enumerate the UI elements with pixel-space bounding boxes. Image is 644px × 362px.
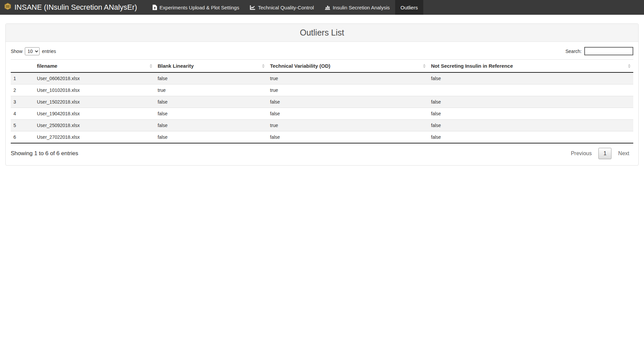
previous-page-button[interactable]: Previous [567, 148, 596, 159]
not-secreting-cell: false [428, 108, 633, 120]
nav-items: Experiments Upload & Plot Settings Techn… [147, 0, 423, 15]
search-input[interactable] [584, 47, 633, 55]
search-label: Search: [566, 49, 582, 54]
table-row: 3 User_15022018.xlsx false false false [11, 96, 633, 108]
technical-variability-cell: false [267, 131, 428, 143]
nav-item-label: Technical Quality-Control [258, 5, 314, 10]
blank-linearity-cell: false [155, 108, 267, 120]
main-content: Outliers List Show 10 entries Search: [5, 23, 639, 166]
row-index-cell: 4 [11, 108, 34, 120]
entries-length-control: Show 10 entries [11, 47, 56, 55]
brand-icon [4, 3, 11, 12]
page-length-select[interactable]: 10 [25, 47, 40, 55]
show-label: Show [11, 49, 22, 54]
bar-chart-icon [325, 5, 330, 10]
panel-heading: Outliers List [6, 24, 638, 42]
header-label: Not Secreting Insulin in Reference [431, 63, 513, 69]
entries-label: entries [42, 49, 56, 54]
page-title: Outliers List [11, 28, 633, 38]
row-index-cell: 6 [11, 131, 34, 143]
sort-icon [628, 64, 631, 68]
not-secreting-cell: false [428, 96, 633, 108]
blank-linearity-cell: false [155, 96, 267, 108]
nav-item-label: Insulin Secretion Analysis [333, 5, 390, 10]
sort-icon [423, 64, 426, 68]
brand[interactable]: INSANE (INsulin Secretion ANalysEr) [0, 0, 141, 15]
technical-variability-cell: true [267, 72, 428, 84]
panel-body: Show 10 entries Search: [6, 42, 638, 165]
nav-item-experiments-upload[interactable]: Experiments Upload & Plot Settings [147, 0, 245, 15]
header-technical-variability[interactable]: Technical Variability (OD) [267, 60, 428, 73]
table-header-row: filename Blank Linearity [11, 60, 633, 73]
outliers-table: filename Blank Linearity [11, 59, 633, 143]
header-label: Technical Variability (OD) [270, 63, 330, 69]
nav-item-technical-qc[interactable]: Technical Quality-Control [245, 0, 319, 15]
row-index-cell: 2 [11, 84, 34, 96]
not-secreting-cell: false [428, 131, 633, 143]
table-row: 6 User_27022018.xlsx false false false [11, 131, 633, 143]
table-row: 5 User_25092018.xlsx false true false [11, 120, 633, 131]
header-index [11, 60, 34, 73]
table-footer: Showing 1 to 6 of 6 entries Previous 1 N… [11, 148, 633, 159]
brand-label: INSANE (INsulin Secretion ANalysEr) [14, 3, 137, 12]
nav-item-insulin-secretion[interactable]: Insulin Secretion Analysis [319, 0, 395, 15]
next-page-button[interactable]: Next [614, 148, 633, 159]
nav-item-label: Outliers [400, 5, 418, 10]
header-label: Blank Linearity [158, 63, 194, 69]
outliers-panel: Outliers List Show 10 entries Search: [5, 23, 639, 166]
table-row: 2 User_10102018.xlsx true true [11, 84, 633, 96]
table-row: 4 User_19042018.xlsx false false false [11, 108, 633, 120]
filename-cell: User_10102018.xlsx [34, 84, 155, 96]
filename-cell: User_19042018.xlsx [34, 108, 155, 120]
blank-linearity-cell: true [155, 84, 267, 96]
pagination: Previous 1 Next [567, 148, 633, 159]
not-secreting-cell [428, 84, 633, 96]
table-controls: Show 10 entries Search: [11, 47, 633, 55]
technical-variability-cell: false [267, 96, 428, 108]
file-upload-icon [153, 5, 157, 10]
nav-item-label: Experiments Upload & Plot Settings [160, 5, 239, 10]
blank-linearity-cell: false [155, 120, 267, 131]
table-row: 1 User_06062018.xlsx false true false [11, 72, 633, 84]
header-not-secreting[interactable]: Not Secreting Insulin in Reference [428, 60, 633, 73]
entries-info: Showing 1 to 6 of 6 entries [11, 150, 78, 157]
technical-variability-cell: true [267, 120, 428, 131]
blank-linearity-cell: false [155, 72, 267, 84]
header-filename[interactable]: filename [34, 60, 155, 73]
blank-linearity-cell: false [155, 131, 267, 143]
search-control: Search: [566, 47, 633, 55]
filename-cell: User_25092018.xlsx [34, 120, 155, 131]
nav-item-outliers[interactable]: Outliers [395, 0, 423, 15]
line-chart-icon [250, 5, 255, 10]
technical-variability-cell: false [267, 108, 428, 120]
sort-icon [150, 64, 152, 68]
header-blank-linearity[interactable]: Blank Linearity [155, 60, 267, 73]
row-index-cell: 3 [11, 96, 34, 108]
not-secreting-cell: false [428, 72, 633, 84]
navbar: INSANE (INsulin Secretion ANalysEr) Expe… [0, 0, 644, 15]
row-index-cell: 5 [11, 120, 34, 131]
filename-cell: User_27022018.xlsx [34, 131, 155, 143]
filename-cell: User_06062018.xlsx [34, 72, 155, 84]
current-page-button[interactable]: 1 [598, 148, 611, 159]
header-label: filename [37, 63, 57, 69]
filename-cell: User_15022018.xlsx [34, 96, 155, 108]
row-index-cell: 1 [11, 72, 34, 84]
not-secreting-cell: false [428, 120, 633, 131]
technical-variability-cell: true [267, 84, 428, 96]
sort-icon [262, 64, 265, 68]
